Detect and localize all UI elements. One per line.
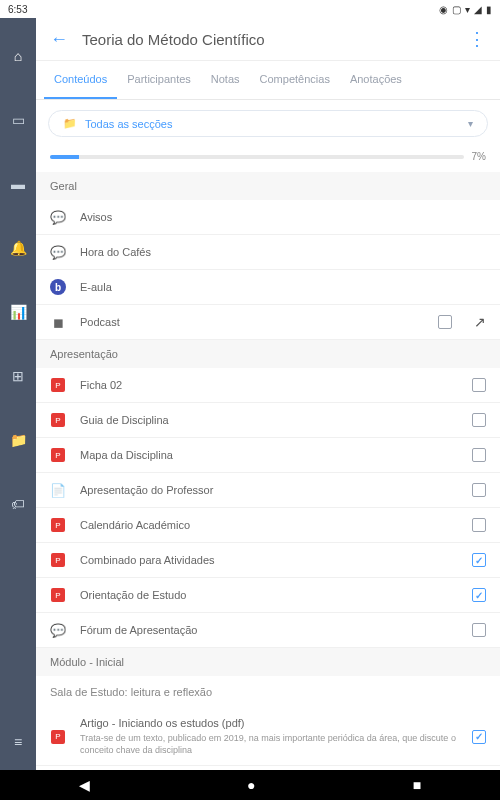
sidebar-grid-icon[interactable]: ⊞ [12,368,24,384]
tab-4[interactable]: Anotações [340,61,412,99]
course-item[interactable]: PMapa da Disciplina [36,438,500,473]
status-time: 6:53 [8,4,27,15]
course-item[interactable]: PGuia de Disciplina [36,403,500,438]
course-item[interactable]: PFicha 02 [36,368,500,403]
tab-2[interactable]: Notas [201,61,250,99]
course-item[interactable]: PCombinado para Atividades✓ [36,543,500,578]
completion-checkbox[interactable]: ✓ [472,730,486,744]
section-placeholder: Sala de Estudo: leitura e reflexão [36,676,500,708]
sidebar-book-icon[interactable]: ▬ [11,176,25,192]
pdf-icon: P [50,552,66,568]
nav-recent-icon[interactable]: ■ [413,777,421,793]
sidebar-stats-icon[interactable]: 📊 [10,304,27,320]
progress-fill [50,155,79,159]
completion-checkbox[interactable] [472,378,486,392]
course-item[interactable]: POrientação de Estudo✓ [36,578,500,613]
item-label: Apresentação do Professor [80,484,458,496]
item-label: Calendário Académico [80,519,458,531]
more-icon[interactable]: ⋮ [468,28,486,50]
filter-label: Todas as secções [85,118,460,130]
tabs: ConteúdosParticipantesNotasCompetênciasA… [36,61,500,100]
item-label: Podcast [80,316,424,328]
pdf-icon: P [50,447,66,463]
section-header: Geral [36,172,500,200]
section-header: Apresentação [36,340,500,368]
course-item[interactable]: 📄Apresentação do Professor [36,473,500,508]
item-label: Hora do Cafés [80,246,486,258]
completion-checkbox[interactable] [472,448,486,462]
progress-row: 7% [36,147,500,172]
completion-checkbox[interactable] [472,518,486,532]
completion-checkbox[interactable] [472,623,486,637]
item-label: Fórum de Apresentação [80,624,458,636]
item-label: E-aula [80,281,486,293]
circle-icon: b [50,279,66,295]
course-item[interactable]: 💬Hora do Cafés [36,235,500,270]
filter-row: 📁 Todas as secções ▾ [36,100,500,147]
launch-icon[interactable]: ↗ [474,314,486,330]
sidebar: ⌂ ▭ ▬ 🔔 📊 ⊞ 📁 🏷 ≡ [0,18,36,770]
pdf-icon: P [50,377,66,393]
tab-3[interactable]: Competências [250,61,340,99]
sidebar-tag-icon[interactable]: 🏷 [11,496,25,512]
sidebar-bell-icon[interactable]: 🔔 [10,240,27,256]
tab-1[interactable]: Participantes [117,61,201,99]
sidebar-home-icon[interactable]: ⌂ [14,48,22,64]
item-label: Ficha 02 [80,379,458,391]
forum-icon: 💬 [50,622,66,638]
course-item[interactable]: bE-aula [36,270,500,305]
pdf-icon: P [50,729,66,745]
back-arrow-icon[interactable]: ← [50,29,68,50]
completion-checkbox[interactable] [438,315,452,329]
section-filter-dropdown[interactable]: 📁 Todas as secções ▾ [48,110,488,137]
course-item[interactable]: PArtigo - Iniciando os estudos (pdf)Trat… [36,708,500,766]
course-item[interactable]: 💬Avisos [36,200,500,235]
progress-pct: 7% [472,151,486,162]
main-content: ← Teoria do Método Científico ⋮ Conteúdo… [36,18,500,770]
pdf-icon: P [50,587,66,603]
tab-0[interactable]: Conteúdos [44,61,117,99]
status-bar: 6:53 ◉ ▢ ▾ ◢ ▮ [0,0,500,18]
progress-bar [50,155,464,159]
course-item[interactable]: PCalendário Académico [36,508,500,543]
completion-checkbox[interactable] [472,483,486,497]
nav-back-icon[interactable]: ◀ [79,777,90,793]
item-label: Guia de Disciplina [80,414,458,426]
item-label: Mapa da Disciplina [80,449,458,461]
header: ← Teoria do Método Científico ⋮ [36,18,500,61]
course-item[interactable]: 💬Fórum de Apresentação [36,613,500,648]
doc-icon: 📄 [50,482,66,498]
item-label: Combinado para Atividades [80,554,458,566]
completion-checkbox[interactable] [472,413,486,427]
folder-icon: 📁 [63,117,77,130]
section-header: Módulo - Inicial [36,648,500,676]
status-icons: ◉ ▢ ▾ ◢ ▮ [439,4,492,15]
item-description: Trata-se de um texto, publicado em 2019,… [80,733,458,756]
system-nav-bar: ◀ ● ■ [0,770,500,800]
forum-icon: 💬 [50,209,66,225]
page-icon: ◼ [50,314,66,330]
sidebar-calendar-icon[interactable]: ▭ [12,112,25,128]
nav-home-icon[interactable]: ● [247,777,255,793]
sidebar-menu-icon[interactable]: ≡ [14,734,22,750]
page-title: Teoria do Método Científico [82,31,454,48]
completion-checkbox[interactable]: ✓ [472,553,486,567]
sidebar-folder-icon[interactable]: 📁 [10,432,27,448]
course-item[interactable]: ◼Podcast↗ [36,305,500,340]
chevron-down-icon: ▾ [468,118,473,129]
forum-icon: 💬 [50,244,66,260]
pdf-icon: P [50,412,66,428]
item-label: Orientação de Estudo [80,589,458,601]
item-label: Artigo - Iniciando os estudos (pdf) [80,717,458,729]
pdf-icon: P [50,517,66,533]
completion-checkbox[interactable]: ✓ [472,588,486,602]
item-label: Avisos [80,211,486,223]
